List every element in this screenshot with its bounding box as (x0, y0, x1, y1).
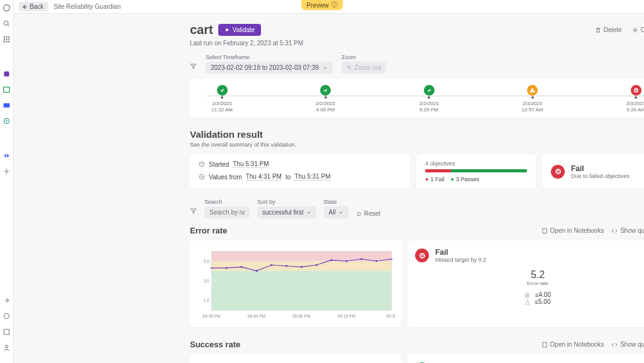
timeline-date: 2/2/20238:29 PM (419, 101, 438, 113)
logo-icon[interactable] (3, 4, 11, 12)
error-target: ≤4.00 (535, 291, 551, 298)
configure-button[interactable]: Configure (632, 26, 644, 33)
timeline-item[interactable]: 2/2/202311:32 AM (200, 85, 244, 113)
nav-current-icon[interactable] (3, 152, 11, 160)
show-query-button-2[interactable]: Show query (611, 341, 644, 348)
timeline-card: 2/2/202311:32 AM 2/2/20234:08 PM 2/2/202… (190, 79, 644, 118)
configure-label: Configure (641, 26, 644, 33)
target-icon: ◎ (525, 291, 530, 298)
apps-icon[interactable] (3, 35, 11, 43)
fail-icon (415, 249, 429, 262)
show-query-button[interactable]: Show query (611, 227, 644, 234)
error-status: Fail (435, 248, 486, 257)
svg-text:04:30 PM: 04:30 PM (203, 314, 220, 318)
timeline-item[interactable]: 2/3/202312:57 AM (511, 85, 555, 113)
timeline-status-icon (424, 85, 435, 96)
filter-icon[interactable] (190, 63, 197, 70)
state-value: All (329, 209, 336, 216)
range-icon (199, 174, 205, 180)
timeframe-label: Select Timeframe (206, 54, 333, 60)
validate-button[interactable]: Validate (218, 24, 261, 36)
svg-rect-4 (8, 36, 9, 38)
nav-bottom-2-icon[interactable] (3, 312, 11, 320)
error-warn: ≤5.00 (535, 298, 551, 305)
search-input[interactable] (204, 206, 250, 218)
svg-point-20 (634, 29, 636, 31)
svg-point-19 (5, 345, 8, 348)
overall-status: Fail (571, 164, 630, 173)
nav-settings-icon[interactable] (3, 117, 11, 125)
warn-icon: △ (525, 298, 530, 305)
timeline-status-icon (320, 85, 331, 96)
play-icon (225, 27, 230, 33)
svg-rect-57 (542, 342, 546, 347)
error-rate-side-card: Fail Missed target by 0.2 5.2 Error rate… (408, 240, 644, 327)
reset-label: Reset (364, 210, 380, 217)
show-query-label: Show query (620, 227, 644, 234)
timeframe-select[interactable]: 2023-02-02 09:18 to 2023-02-03 07:39 (206, 62, 333, 74)
open-notebooks-button-2[interactable]: Open in Notebooks (541, 341, 604, 348)
nav-blue-icon[interactable] (3, 101, 11, 109)
nav-purple-icon[interactable] (3, 70, 11, 78)
back-button[interactable]: Back (19, 2, 48, 11)
svg-rect-3 (6, 36, 7, 38)
values-to-label: to (286, 174, 291, 181)
page-title: cart (190, 23, 213, 37)
svg-rect-29 (211, 261, 391, 271)
chevron-down-icon (338, 210, 343, 215)
gear-icon (632, 27, 638, 33)
error-rate-value: 5.2 (415, 269, 644, 281)
state-label: State (324, 199, 348, 205)
svg-rect-12 (4, 87, 10, 92)
zoom-out-label: Zoom out (355, 64, 381, 71)
success-rate-chart: 20.040.060.080.0100.004:30 PM04:45 PM05:… (190, 354, 401, 363)
nav-user-icon[interactable] (3, 343, 11, 352)
reset-icon (356, 211, 362, 217)
filter-icon-2[interactable] (190, 208, 197, 215)
values-from-label: Values from (209, 174, 242, 181)
timeline-item[interactable]: 2/3/20235:26 AM (614, 85, 644, 113)
main-content: cart Validate Delete Configure Last run … (14, 14, 644, 363)
svg-rect-7 (8, 38, 9, 40)
nav-gear-icon[interactable] (3, 167, 11, 176)
svg-point-16 (6, 170, 8, 172)
error-rate-label: Error rate (415, 281, 644, 286)
svg-point-46 (270, 264, 272, 266)
code-icon (611, 228, 618, 234)
timeline-status-icon (217, 85, 228, 96)
svg-text:05:00 PM: 05:00 PM (292, 314, 310, 318)
fail-count: 1 Fail (425, 176, 444, 182)
values-from-value: Thu 4:31 PM (246, 173, 282, 181)
nav-green-icon[interactable] (3, 86, 11, 94)
svg-point-17 (4, 313, 9, 318)
nav-bottom-3-icon[interactable] (3, 328, 11, 336)
svg-point-52 (360, 258, 362, 260)
zoom-out-button[interactable]: Zoom out (341, 62, 386, 74)
error-reason: Missed target by 0.2 (435, 257, 486, 263)
search-label: Search (204, 199, 250, 205)
validation-result-subtitle: See the overall summary of this validati… (190, 142, 644, 148)
timeline-item[interactable]: 2/2/20238:29 PM (407, 85, 451, 113)
overall-reason: Due to failed objectives (571, 173, 630, 179)
search-icon[interactable] (3, 20, 11, 28)
zoom-out-icon (347, 65, 352, 70)
objectives-label: 4 objectives (425, 160, 527, 167)
svg-point-45 (255, 270, 257, 272)
state-select[interactable]: All (324, 206, 348, 218)
sort-select[interactable]: successful first (257, 206, 316, 218)
delete-button[interactable]: Delete (595, 26, 622, 33)
reset-button[interactable]: Reset (356, 210, 380, 217)
svg-point-15 (6, 120, 7, 121)
preview-label: Preview (306, 2, 329, 9)
error-rate-title: Error rate (190, 226, 227, 235)
nav-bottom-1-icon[interactable] (3, 296, 11, 304)
svg-point-44 (241, 266, 243, 268)
open-notebooks-button[interactable]: Open in Notebooks (541, 227, 604, 234)
delete-label: Delete (604, 26, 622, 33)
svg-rect-5 (4, 38, 5, 40)
trash-icon (595, 27, 601, 33)
timeline-item[interactable]: 2/2/20234:08 PM (304, 85, 348, 113)
svg-rect-6 (6, 38, 7, 40)
sort-label: Sort by (257, 199, 316, 205)
notebook-icon (541, 228, 548, 234)
